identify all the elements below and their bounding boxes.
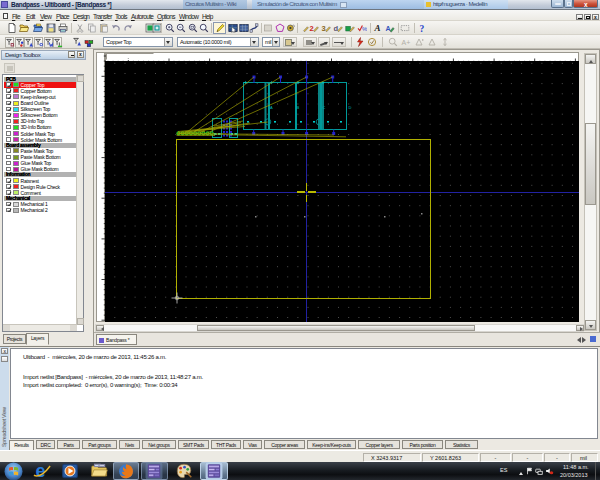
svg-text:2: 2 [310, 24, 314, 33]
svg-text:e: e [35, 462, 45, 480]
svg-text:3: 3 [322, 24, 326, 33]
svg-text:D: D [349, 105, 352, 110]
svg-text:A: A [373, 23, 380, 33]
svg-text:A: A [270, 105, 273, 110]
svg-text:B: B [297, 105, 300, 110]
svg-text:C: C [323, 105, 326, 110]
svg-text:?: ? [419, 24, 424, 33]
svg-text:A+: A+ [402, 39, 411, 46]
svg-text:A: A [385, 25, 390, 32]
svg-text:%: % [362, 26, 367, 32]
